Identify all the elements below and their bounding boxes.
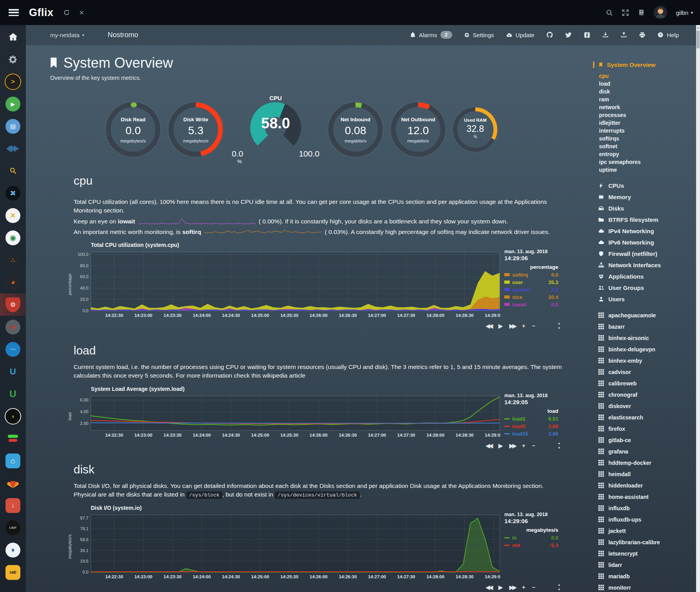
alarms-button[interactable]: Alarms 2 [410, 31, 452, 39]
iowait-sparkline[interactable] [138, 218, 256, 226]
sidebar-app-calibre-web[interactable]: ▤ [0, 115, 26, 137]
nav-section-user-groups[interactable]: User Groups [598, 282, 696, 293]
nav-section-firewall-netfilter-[interactable]: Firewall (netfilter) [598, 248, 696, 259]
host-dropdown[interactable]: my-netdata ▾ [50, 32, 84, 38]
nav-app-home-assistant[interactable]: home-assistant [598, 491, 696, 502]
legend-row-softirq[interactable]: softirq0.0 [504, 271, 558, 279]
sidebar-app-nextcloud[interactable]: ○○○ [0, 338, 26, 360]
nav-section-ipv6-networking[interactable]: IPv6 Networking [598, 237, 696, 248]
sidebar-app-plex[interactable]: > [0, 70, 26, 93]
sidebar-app-grafana[interactable]: ◕ [0, 271, 26, 293]
scrollbar-track[interactable]: ▲ [696, 25, 700, 592]
sidebar-app-home-assistant[interactable]: ⌂ [0, 450, 26, 472]
close-tab-icon[interactable]: × [79, 8, 84, 17]
sidebar-app-x-yellow[interactable]: × [0, 204, 26, 227]
sidebar-app-krusader[interactable]: ◆ [0, 316, 26, 338]
sidebar-app-sabnzbd[interactable]: sab [0, 561, 26, 583]
nav-section-disks[interactable]: Disks [598, 203, 696, 214]
nav-app-apacheguacamole[interactable]: apacheguacamole [598, 309, 696, 321]
chart-zoom-in-button[interactable]: + [522, 443, 525, 448]
update-button[interactable]: Update [506, 32, 534, 38]
chart-pan-left-button[interactable]: ◀◀ [486, 324, 492, 328]
chart-zoom-out-button[interactable]: − [532, 585, 535, 590]
sidebar-app-monitorr[interactable] [0, 427, 26, 450]
changelog-book-icon[interactable] [638, 9, 645, 16]
sidebar-app-emby[interactable]: ▶ [0, 93, 26, 115]
sidebar-app-deluge[interactable]: ♦ [0, 539, 26, 561]
nav-app-monitorr[interactable]: monitorr [598, 582, 696, 592]
nav-app-gitlab-ce[interactable]: gitlab-ce [598, 434, 696, 446]
sidebar-app-drone-x[interactable]: × [0, 182, 26, 204]
gauge-cpu[interactable]: CPU58.00.0100.0% [229, 95, 323, 164]
nav-app-firefox[interactable]: firefox [598, 423, 696, 434]
nav-app-diskover[interactable]: diskover [598, 400, 696, 412]
help-button[interactable]: ? Help [657, 32, 679, 38]
gauge-net-inbound[interactable]: Net Inbound0.08megabits/s [326, 100, 385, 159]
chart-zoom-in-button[interactable]: + [522, 585, 525, 590]
chart-pan-right-button[interactable]: ▶▶ [509, 324, 516, 328]
nav-subitem-idlejitter[interactable]: idlejitter [599, 119, 696, 127]
nav-subitem-uptime[interactable]: uptime [599, 166, 696, 174]
nav-app-heimdall[interactable]: heimdall [598, 468, 696, 480]
nav-subitem-disk[interactable]: disk [599, 88, 696, 95]
gauge-disk-write[interactable]: Disk Write5.3megabytes/s [166, 100, 226, 159]
facebook-icon[interactable] [584, 32, 590, 38]
nav-section-ipv4-networking[interactable]: IPv4 Networking [598, 225, 696, 237]
chart-resize-handle[interactable]: ▴▾ [558, 441, 560, 450]
upload-icon[interactable] [621, 32, 627, 38]
chart-pan-right-button[interactable]: ▶▶ [509, 443, 516, 448]
nav-subitem-interrupts[interactable]: interrupts [599, 127, 696, 135]
legend-row-system[interactable]: system2.3 [504, 286, 558, 293]
chart-pan-left-button[interactable]: ◀◀ [486, 585, 492, 590]
legend-row-load1[interactable]: load16.51 [504, 415, 558, 423]
chart-zoom-in-button[interactable]: + [522, 324, 525, 328]
nav-app-lazylibrarian-calibre[interactable]: lazylibrarian-calibre [598, 536, 696, 548]
chart-resize-handle[interactable]: ▴▾ [558, 321, 560, 331]
nav-subitem-load[interactable]: load [599, 80, 696, 88]
nav-app-letsencrypt[interactable]: letsencrypt [598, 548, 696, 559]
nav-section-system-overview[interactable]: System Overview [593, 61, 696, 68]
sidebar-app-jackett[interactable] [0, 160, 26, 182]
sidebar-app-airsonic[interactable] [0, 137, 26, 160]
twitter-icon[interactable] [565, 31, 572, 38]
nav-app-cadvisor[interactable]: cadvisor [598, 366, 696, 378]
nav-app-binhex-delugevpn[interactable]: binhex-delugevpn [598, 344, 696, 355]
nav-subitem-processes[interactable]: processes [599, 111, 696, 119]
chart-play-button[interactable]: ▶ [498, 585, 503, 590]
nav-section-network-interfaces[interactable]: Network Interfaces [598, 259, 696, 271]
nav-app-hddtemp-docker[interactable]: hddtemp-docker [598, 457, 696, 468]
chart-pan-right-button[interactable]: ▶▶ [509, 585, 516, 590]
chart-pan-left-button[interactable]: ◀◀ [486, 443, 492, 448]
chart-canvas[interactable]: 6.004.002.0014:22:3014:23:0014:23:3014:2… [74, 393, 500, 440]
nav-app-binhex-emby[interactable]: binhex-emby [598, 355, 696, 366]
nav-subitem-entropy[interactable]: entropy [599, 150, 696, 158]
nav-app-hiddenloader[interactable]: hiddenloader [598, 480, 696, 491]
nav-app-mariadb[interactable]: mariadb [598, 570, 696, 582]
chart-zoom-out-button[interactable]: − [532, 443, 535, 448]
nav-subitem-softnet[interactable]: softnet [599, 142, 696, 150]
gauge-net-outbound[interactable]: Net Outbound12.0megabits/s [388, 100, 448, 159]
nav-app-calibreweb[interactable]: calibreweb [598, 378, 696, 389]
scroll-up-button[interactable]: ▲ [696, 25, 700, 30]
nav-app-elasticsearch[interactable]: elasticsearch [598, 412, 696, 423]
chart-play-button[interactable]: ▶ [498, 324, 503, 328]
sidebar-app-lazylibrarian[interactable]: LAZY [0, 516, 26, 539]
avatar[interactable] [653, 5, 668, 20]
nav-subitem-network[interactable]: network [599, 103, 696, 111]
gauge-disk-read[interactable]: Disk Read0.0megabytes/s [103, 100, 163, 159]
settings-button[interactable]: Settings [464, 32, 494, 38]
nav-subitem-ipc-semaphores[interactable]: ipc semaphores [599, 158, 696, 166]
chart-zoom-out-button[interactable]: − [532, 324, 535, 328]
nav-app-influxdb[interactable]: influxdb [598, 502, 696, 514]
sidebar-app-deluge-green[interactable]: ◉ [0, 227, 26, 249]
hamburger-menu-icon[interactable] [9, 9, 19, 16]
legend-row-out[interactable]: out-5.3 [504, 542, 558, 549]
nav-section-btrfs-filesystem[interactable]: BTRFS filesystem [598, 214, 696, 225]
fullscreen-icon[interactable] [622, 9, 629, 16]
nav-subitem-cpu[interactable]: cpu [599, 72, 696, 80]
github-icon[interactable] [546, 31, 553, 38]
nav-subitem-softirqs[interactable]: softirqs [599, 135, 696, 142]
legend-row-user[interactable]: user35.3 [504, 279, 558, 286]
nav-app-grafana[interactable]: grafana [598, 446, 696, 457]
chart-canvas[interactable]: 97.778.158.639.119.50.014:22:3014:23:001… [74, 512, 500, 581]
